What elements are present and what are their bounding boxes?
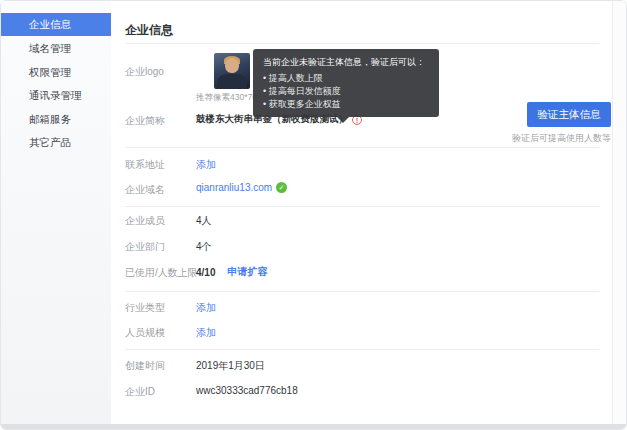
tooltip-benefit-item: 获取更多企业权益 bbox=[263, 98, 429, 111]
tooltip-benefit-item: 提高人数上限 bbox=[263, 72, 429, 85]
verification-tooltip: 当前企业未验证主体信息，验证后可以： 提高人数上限 提高每日发信额度 获取更多企… bbox=[253, 49, 439, 117]
divider bbox=[125, 349, 599, 350]
company-domain-label: 企业域名 bbox=[125, 183, 165, 197]
add-address-link[interactable]: 添加 bbox=[196, 158, 216, 172]
sidebar-item-domain-management[interactable]: 域名管理 bbox=[1, 37, 111, 60]
request-expand-link[interactable]: 申请扩容 bbox=[227, 265, 267, 279]
members-label: 企业成员 bbox=[125, 214, 165, 228]
created-date-value: 2019年1月30日 bbox=[196, 359, 265, 373]
company-domain-link[interactable]: qianranliu13.com bbox=[196, 182, 272, 193]
verified-check-icon: ✓ bbox=[276, 182, 287, 193]
company-logo-label: 企业logo bbox=[125, 65, 164, 79]
quota-label: 已使用/人数上限 bbox=[125, 266, 198, 280]
tooltip-benefit-list: 提高人数上限 提高每日发信额度 获取更多企业权益 bbox=[263, 72, 429, 111]
admin-window: 企业信息 域名管理 权限管理 通讯录管理 邮箱服务 其它产品 企业信息 企业lo… bbox=[0, 0, 627, 430]
corp-id-value: wwc30333cad776cb18 bbox=[196, 385, 298, 396]
tooltip-benefit-item: 提高每日发信额度 bbox=[263, 85, 429, 98]
industry-label: 行业类型 bbox=[125, 301, 165, 315]
add-industry-link[interactable]: 添加 bbox=[196, 301, 216, 315]
quota-row: 4/10 申请扩容 bbox=[196, 265, 267, 279]
logo-figure-torso bbox=[217, 74, 247, 89]
members-value: 4人 bbox=[196, 214, 212, 228]
divider bbox=[125, 43, 599, 44]
add-staff-scale-link[interactable]: 添加 bbox=[196, 326, 216, 340]
company-name-label: 企业简称 bbox=[125, 114, 165, 128]
divider bbox=[125, 147, 599, 148]
sidebar-item-company-info[interactable]: 企业信息 bbox=[1, 13, 111, 36]
logo-size-hint: 推荐像素430*70 bbox=[196, 92, 257, 104]
page-title: 企业信息 bbox=[125, 22, 173, 39]
sidebar-item-permission-management[interactable]: 权限管理 bbox=[1, 61, 111, 84]
scrollbar-gutter[interactable] bbox=[612, 1, 626, 424]
verify-subject-button[interactable]: 验证主体信息 bbox=[527, 102, 611, 127]
divider bbox=[125, 291, 599, 292]
logo-figure-face bbox=[225, 58, 239, 73]
departments-value: 4个 bbox=[196, 240, 212, 254]
sidebar-item-other-products[interactable]: 其它产品 bbox=[1, 131, 111, 154]
sidebar: 企业信息 域名管理 权限管理 通讯录管理 邮箱服务 其它产品 bbox=[1, 1, 111, 424]
company-logo-image[interactable] bbox=[214, 53, 250, 89]
divider bbox=[125, 206, 599, 207]
sidebar-item-mail-service[interactable]: 邮箱服务 bbox=[1, 108, 111, 131]
window-bottom-edge bbox=[1, 424, 626, 429]
sidebar-item-contacts-management[interactable]: 通讯录管理 bbox=[1, 84, 111, 107]
departments-label: 企业部门 bbox=[125, 240, 165, 254]
tooltip-title: 当前企业未验证主体信息，验证后可以： bbox=[263, 56, 429, 69]
verify-note: 验证后可提高使用人数等 bbox=[512, 132, 611, 145]
corp-id-label: 企业ID bbox=[125, 385, 155, 399]
contact-address-label: 联系地址 bbox=[125, 158, 165, 172]
company-domain-row: qianranliu13.com ✓ bbox=[196, 182, 287, 193]
created-date-label: 创建时间 bbox=[125, 359, 165, 373]
staff-scale-label: 人员规模 bbox=[125, 326, 165, 340]
quota-value: 4/10 bbox=[196, 267, 215, 278]
